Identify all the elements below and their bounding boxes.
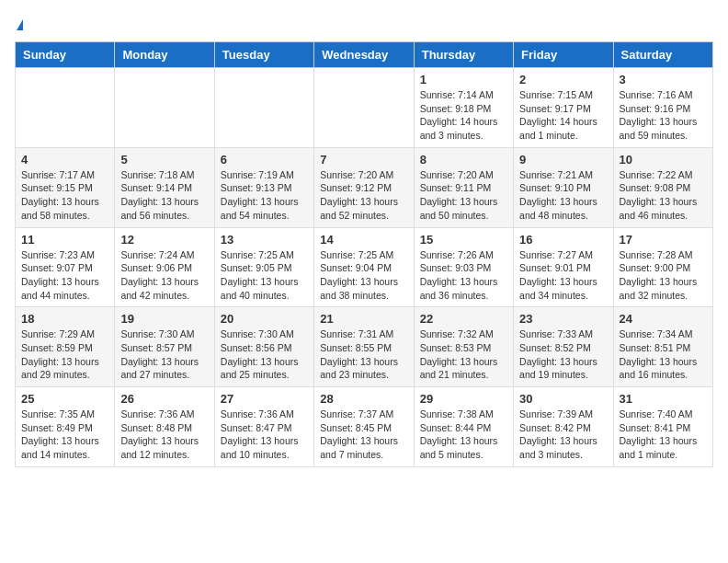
day-info: Sunrise: 7:20 AM Sunset: 9:12 PM Dayligh… <box>320 168 407 223</box>
week-row-5: 25Sunrise: 7:35 AM Sunset: 8:49 PM Dayli… <box>16 387 713 467</box>
calendar-cell: 27Sunrise: 7:36 AM Sunset: 8:47 PM Dayli… <box>214 387 313 467</box>
day-number: 25 <box>21 392 108 406</box>
calendar-cell: 6Sunrise: 7:19 AM Sunset: 9:13 PM Daylig… <box>214 147 313 227</box>
day-info: Sunrise: 7:31 AM Sunset: 8:55 PM Dayligh… <box>320 327 407 382</box>
day-number: 14 <box>320 233 407 247</box>
day-info: Sunrise: 7:23 AM Sunset: 9:07 PM Dayligh… <box>21 248 108 303</box>
day-number: 10 <box>620 153 707 167</box>
day-header-sunday: Sunday <box>16 42 115 68</box>
day-number: 13 <box>221 233 308 247</box>
calendar-cell <box>214 68 313 148</box>
calendar-cell: 7Sunrise: 7:20 AM Sunset: 9:12 PM Daylig… <box>314 147 414 227</box>
day-number: 29 <box>420 392 507 406</box>
calendar-cell: 26Sunrise: 7:36 AM Sunset: 8:48 PM Dayli… <box>115 387 214 467</box>
week-row-4: 18Sunrise: 7:29 AM Sunset: 8:59 PM Dayli… <box>16 307 713 387</box>
day-number: 26 <box>120 392 208 406</box>
day-info: Sunrise: 7:32 AM Sunset: 8:53 PM Dayligh… <box>420 327 507 382</box>
calendar-cell: 25Sunrise: 7:35 AM Sunset: 8:49 PM Dayli… <box>16 387 115 467</box>
calendar-cell: 8Sunrise: 7:20 AM Sunset: 9:11 PM Daylig… <box>414 147 513 227</box>
calendar-cell: 14Sunrise: 7:25 AM Sunset: 9:04 PM Dayli… <box>314 227 414 307</box>
calendar-cell: 3Sunrise: 7:16 AM Sunset: 9:16 PM Daylig… <box>613 68 712 148</box>
day-number: 16 <box>519 233 607 247</box>
day-number: 6 <box>221 153 308 167</box>
day-number: 15 <box>420 233 507 247</box>
calendar-cell: 28Sunrise: 7:37 AM Sunset: 8:45 PM Dayli… <box>314 387 414 467</box>
calendar-cell: 23Sunrise: 7:33 AM Sunset: 8:52 PM Dayli… <box>514 307 613 387</box>
calendar-cell: 22Sunrise: 7:32 AM Sunset: 8:53 PM Dayli… <box>414 307 513 387</box>
day-header-monday: Monday <box>115 42 214 68</box>
day-info: Sunrise: 7:36 AM Sunset: 8:47 PM Dayligh… <box>221 408 308 462</box>
calendar-cell: 1Sunrise: 7:14 AM Sunset: 9:18 PM Daylig… <box>414 68 513 148</box>
day-info: Sunrise: 7:15 AM Sunset: 9:17 PM Dayligh… <box>519 88 607 143</box>
day-header-tuesday: Tuesday <box>214 42 313 68</box>
day-info: Sunrise: 7:38 AM Sunset: 8:44 PM Dayligh… <box>420 408 507 462</box>
logo <box>15 15 23 32</box>
calendar-cell: 20Sunrise: 7:30 AM Sunset: 8:56 PM Dayli… <box>214 307 313 387</box>
day-number: 7 <box>320 153 407 167</box>
calendar-cell: 17Sunrise: 7:28 AM Sunset: 9:00 PM Dayli… <box>613 227 712 307</box>
calendar-cell: 4Sunrise: 7:17 AM Sunset: 9:15 PM Daylig… <box>16 147 115 227</box>
calendar-cell: 2Sunrise: 7:15 AM Sunset: 9:17 PM Daylig… <box>514 68 613 148</box>
day-number: 28 <box>320 392 407 406</box>
day-info: Sunrise: 7:17 AM Sunset: 9:15 PM Dayligh… <box>21 168 108 223</box>
day-number: 8 <box>420 153 507 167</box>
day-number: 5 <box>120 153 208 167</box>
day-number: 17 <box>620 233 707 247</box>
calendar-cell: 11Sunrise: 7:23 AM Sunset: 9:07 PM Dayli… <box>16 227 115 307</box>
header <box>15 15 713 32</box>
day-number: 2 <box>519 73 607 86</box>
calendar-cell: 21Sunrise: 7:31 AM Sunset: 8:55 PM Dayli… <box>314 307 414 387</box>
day-info: Sunrise: 7:25 AM Sunset: 9:04 PM Dayligh… <box>320 248 407 303</box>
day-header-friday: Friday <box>514 42 613 68</box>
calendar-cell: 16Sunrise: 7:27 AM Sunset: 9:01 PM Dayli… <box>514 227 613 307</box>
week-row-3: 11Sunrise: 7:23 AM Sunset: 9:07 PM Dayli… <box>16 227 713 307</box>
day-number: 4 <box>21 153 108 167</box>
day-number: 1 <box>420 73 507 86</box>
calendar-cell: 31Sunrise: 7:40 AM Sunset: 8:41 PM Dayli… <box>613 387 712 467</box>
week-row-2: 4Sunrise: 7:17 AM Sunset: 9:15 PM Daylig… <box>16 147 713 227</box>
day-info: Sunrise: 7:30 AM Sunset: 8:56 PM Dayligh… <box>221 327 308 382</box>
day-info: Sunrise: 7:26 AM Sunset: 9:03 PM Dayligh… <box>420 248 507 303</box>
calendar-cell: 9Sunrise: 7:21 AM Sunset: 9:10 PM Daylig… <box>514 147 613 227</box>
calendar-cell: 24Sunrise: 7:34 AM Sunset: 8:51 PM Dayli… <box>613 307 712 387</box>
day-info: Sunrise: 7:30 AM Sunset: 8:57 PM Dayligh… <box>120 327 208 382</box>
calendar-cell: 30Sunrise: 7:39 AM Sunset: 8:42 PM Dayli… <box>514 387 613 467</box>
day-number: 18 <box>21 312 108 326</box>
day-info: Sunrise: 7:27 AM Sunset: 9:01 PM Dayligh… <box>519 248 607 303</box>
logo-top <box>15 15 23 32</box>
day-info: Sunrise: 7:20 AM Sunset: 9:11 PM Dayligh… <box>420 168 507 223</box>
day-info: Sunrise: 7:36 AM Sunset: 8:48 PM Dayligh… <box>120 408 208 462</box>
calendar-cell: 15Sunrise: 7:26 AM Sunset: 9:03 PM Dayli… <box>414 227 513 307</box>
logo-triangle-icon <box>17 19 23 30</box>
day-info: Sunrise: 7:29 AM Sunset: 8:59 PM Dayligh… <box>21 327 108 382</box>
day-number: 27 <box>221 392 308 406</box>
day-number: 22 <box>420 312 507 326</box>
day-info: Sunrise: 7:40 AM Sunset: 8:41 PM Dayligh… <box>620 408 707 462</box>
day-info: Sunrise: 7:14 AM Sunset: 9:18 PM Dayligh… <box>420 88 507 143</box>
calendar-cell <box>115 68 214 148</box>
day-number: 9 <box>519 153 607 167</box>
days-header-row: SundayMondayTuesdayWednesdayThursdayFrid… <box>16 42 713 68</box>
calendar-cell: 10Sunrise: 7:22 AM Sunset: 9:08 PM Dayli… <box>613 147 712 227</box>
day-number: 21 <box>320 312 407 326</box>
calendar-cell <box>16 68 115 148</box>
day-info: Sunrise: 7:35 AM Sunset: 8:49 PM Dayligh… <box>21 408 108 462</box>
day-number: 31 <box>620 392 707 406</box>
day-info: Sunrise: 7:21 AM Sunset: 9:10 PM Dayligh… <box>519 168 607 223</box>
day-info: Sunrise: 7:25 AM Sunset: 9:05 PM Dayligh… <box>221 248 308 303</box>
day-info: Sunrise: 7:24 AM Sunset: 9:06 PM Dayligh… <box>120 248 208 303</box>
calendar-cell: 12Sunrise: 7:24 AM Sunset: 9:06 PM Dayli… <box>115 227 214 307</box>
calendar-cell <box>314 68 414 148</box>
calendar-cell: 18Sunrise: 7:29 AM Sunset: 8:59 PM Dayli… <box>16 307 115 387</box>
day-number: 23 <box>519 312 607 326</box>
calendar: SundayMondayTuesdayWednesdayThursdayFrid… <box>15 41 713 467</box>
day-number: 11 <box>21 233 108 247</box>
day-info: Sunrise: 7:18 AM Sunset: 9:14 PM Dayligh… <box>120 168 208 223</box>
day-number: 30 <box>519 392 607 406</box>
day-number: 20 <box>221 312 308 326</box>
day-header-wednesday: Wednesday <box>314 42 414 68</box>
day-number: 3 <box>620 73 707 86</box>
day-header-thursday: Thursday <box>414 42 513 68</box>
week-row-1: 1Sunrise: 7:14 AM Sunset: 9:18 PM Daylig… <box>16 68 713 148</box>
day-info: Sunrise: 7:33 AM Sunset: 8:52 PM Dayligh… <box>519 327 607 382</box>
